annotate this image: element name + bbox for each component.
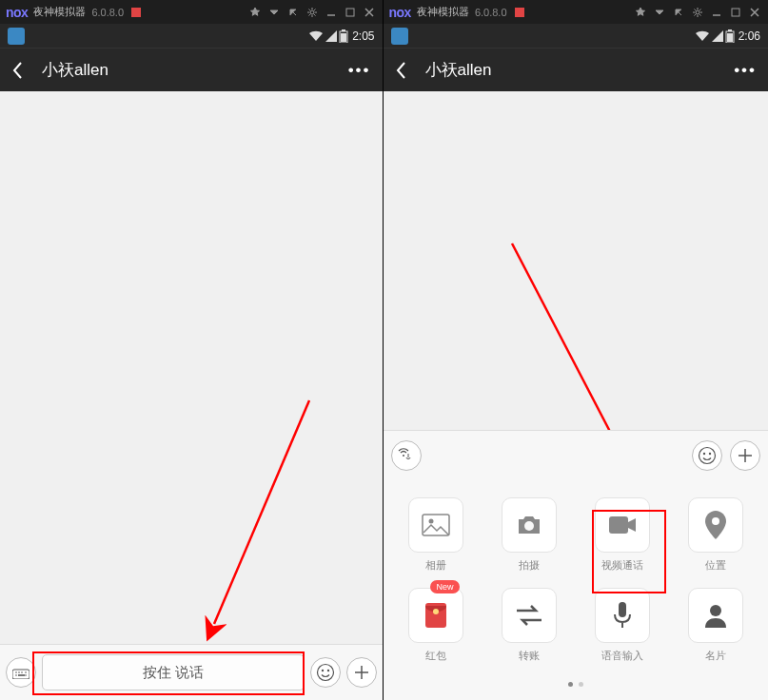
attachment-grid: 相册 拍摄 视频通话 位置 xyxy=(384,480,769,700)
svg-point-9 xyxy=(25,671,27,673)
attach-location[interactable]: 位置 xyxy=(675,497,757,573)
svg-rect-4 xyxy=(341,33,346,42)
gear-icon[interactable] xyxy=(305,5,320,20)
svg-point-17 xyxy=(696,10,699,14)
battery-icon xyxy=(725,29,735,43)
battery-icon xyxy=(339,29,348,43)
attach-album[interactable]: 相册 xyxy=(395,497,477,573)
chat-body[interactable]: 按住 说话 xyxy=(0,91,383,700)
svg-rect-11 xyxy=(18,674,25,676)
voice-toggle[interactable] xyxy=(391,440,422,471)
close-icon[interactable] xyxy=(362,5,377,20)
alert-icon xyxy=(131,8,141,17)
minimize-icon[interactable] xyxy=(709,5,724,20)
emoji-button[interactable] xyxy=(310,657,341,688)
svg-point-26 xyxy=(709,453,711,455)
label: 名片 xyxy=(705,649,726,663)
maximize-icon[interactable] xyxy=(728,5,743,20)
svg-point-0 xyxy=(310,10,314,14)
svg-point-24 xyxy=(699,448,716,464)
more-button[interactable]: ••• xyxy=(348,61,371,80)
new-badge: New xyxy=(430,580,459,593)
plus-button[interactable] xyxy=(730,440,760,471)
svg-point-14 xyxy=(321,670,323,671)
person-icon xyxy=(688,588,743,643)
emoji-button[interactable] xyxy=(692,440,722,471)
maximize-icon[interactable] xyxy=(343,5,358,20)
nox-titlebar: nox 夜神模拟器 6.0.8.0 xyxy=(0,0,383,24)
pin-icon[interactable] xyxy=(633,5,648,20)
attach-redpacket[interactable]: New 红包 xyxy=(395,588,477,663)
nox-version: 6.0.8.0 xyxy=(475,7,507,18)
attach-camera[interactable]: 拍摄 xyxy=(488,497,570,573)
shake-icon[interactable] xyxy=(671,5,686,20)
svg-point-8 xyxy=(21,671,23,673)
attach-card[interactable]: 名片 xyxy=(675,588,757,663)
svg-rect-5 xyxy=(12,670,30,679)
pin-icon[interactable] xyxy=(247,5,263,20)
wifi-icon xyxy=(308,30,324,42)
svg-point-25 xyxy=(703,453,705,455)
svg-rect-1 xyxy=(346,9,354,16)
nox-logo: nox xyxy=(6,5,28,20)
svg-point-23 xyxy=(403,455,404,457)
left-panel: nox 夜神模拟器 6.0.8.0 2:05 小祆allen ••• 按住 xyxy=(0,0,383,700)
dot xyxy=(579,682,583,687)
label: 相册 xyxy=(425,558,446,573)
signal-icon xyxy=(325,30,337,42)
transfer-icon xyxy=(502,588,557,643)
chat-title: 小祆allen xyxy=(425,59,492,81)
label: 视频通话 xyxy=(601,558,643,573)
shake-icon[interactable] xyxy=(286,5,301,20)
svg-point-10 xyxy=(15,674,17,676)
dot-active xyxy=(568,682,573,687)
redpacket-icon xyxy=(408,588,463,643)
caret-down-icon[interactable] xyxy=(266,5,282,20)
red-arrow xyxy=(133,396,314,643)
label: 拍摄 xyxy=(519,558,540,573)
keyboard-toggle[interactable] xyxy=(6,657,36,688)
wifi-icon xyxy=(695,30,710,42)
svg-rect-30 xyxy=(609,516,628,534)
input-bar: 按住 说话 xyxy=(0,644,383,700)
chat-header: 小祆allen ••• xyxy=(0,48,383,91)
caret-down-icon[interactable] xyxy=(652,5,667,20)
voice-record-button[interactable]: 按住 说话 xyxy=(42,654,305,690)
nox-title: 夜神模拟器 xyxy=(33,5,86,19)
mic-icon xyxy=(595,588,650,643)
nox-version: 6.0.8.0 xyxy=(91,7,124,18)
gear-icon[interactable] xyxy=(690,5,705,20)
nox-logo: nox xyxy=(389,5,411,20)
svg-point-35 xyxy=(710,605,721,616)
svg-rect-18 xyxy=(732,9,739,16)
svg-point-6 xyxy=(15,671,17,673)
attach-videocall[interactable]: 视频通话 xyxy=(581,497,663,573)
svg-point-29 xyxy=(524,521,534,531)
attach-transfer[interactable]: 转账 xyxy=(488,588,570,663)
right-panel: nox 夜神模拟器 6.0.8.0 2:06 小祆allen ••• xyxy=(384,0,769,700)
chat-body[interactable]: 相册 拍摄 视频通话 位置 xyxy=(384,91,769,700)
plus-button[interactable] xyxy=(346,657,377,688)
camera-icon xyxy=(502,497,557,553)
more-button[interactable]: ••• xyxy=(734,61,757,80)
signal-icon xyxy=(712,30,723,42)
minimize-icon[interactable] xyxy=(324,5,339,20)
back-button[interactable] xyxy=(395,59,418,82)
svg-point-15 xyxy=(326,670,328,671)
app-icon xyxy=(391,28,408,45)
input-toolbar xyxy=(384,430,769,480)
nox-title: 夜神模拟器 xyxy=(417,5,469,19)
close-icon[interactable] xyxy=(747,5,762,20)
label: 位置 xyxy=(705,558,726,573)
nox-titlebar: nox 夜神模拟器 6.0.8.0 xyxy=(384,0,769,24)
attach-voiceinput[interactable]: 语音输入 xyxy=(581,588,663,663)
svg-point-13 xyxy=(317,665,333,681)
chat-header: 小祆allen ••• xyxy=(384,48,769,91)
app-icon xyxy=(8,28,25,45)
android-statusbar: 2:06 xyxy=(384,24,769,48)
svg-point-12 xyxy=(25,674,27,676)
svg-point-31 xyxy=(712,517,719,525)
clock: 2:06 xyxy=(738,29,760,43)
label: 转账 xyxy=(519,649,540,663)
back-button[interactable] xyxy=(11,59,34,82)
